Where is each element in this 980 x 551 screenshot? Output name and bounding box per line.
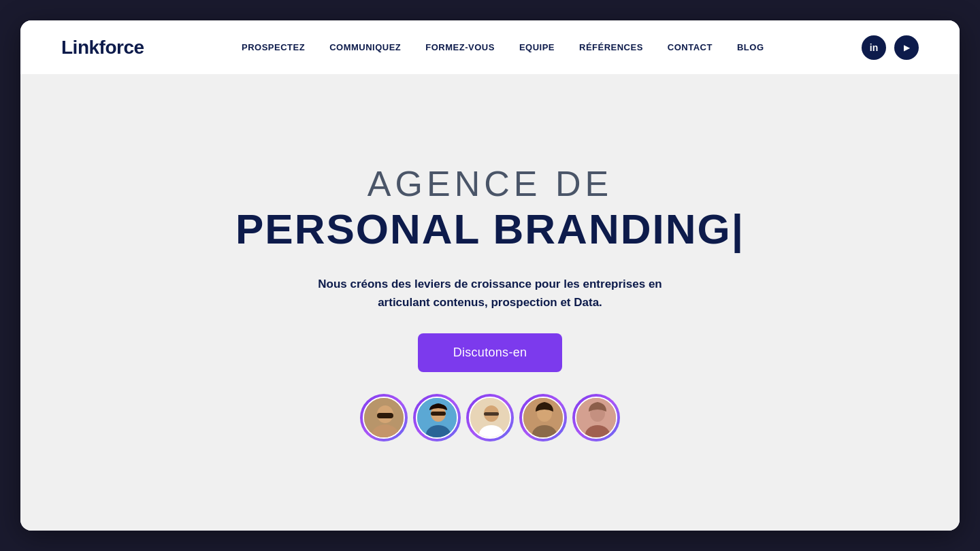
avatar-3 <box>469 397 511 439</box>
cta-button[interactable]: Discutons-en <box>418 333 563 372</box>
hero-desc-line1: Nous créons des leviers de croissance po… <box>318 278 662 290</box>
social-icons: in ▶ <box>862 35 919 60</box>
hero-desc-line2: articulant contenus, prospection et Data… <box>378 296 602 309</box>
avatar-5-wrapper <box>572 394 620 441</box>
avatar-4 <box>522 397 564 439</box>
nav-item-equipe[interactable]: EQUIPE <box>519 42 555 52</box>
avatar-3-wrapper <box>466 394 514 441</box>
hero-description: Nous créons des leviers de croissance po… <box>318 275 662 312</box>
nav-item-blog[interactable]: BLOG <box>737 42 764 52</box>
avatar-1-wrapper <box>360 394 408 441</box>
svg-rect-7 <box>431 412 446 416</box>
svg-rect-3 <box>377 413 393 418</box>
nav-item-formez-vous[interactable]: FORMEZ-VOUS <box>425 42 495 52</box>
hero-section: AGENCE DE PERSONAL BRANDING| Nous créons… <box>20 75 960 531</box>
team-avatars <box>360 394 620 441</box>
avatar-2-wrapper <box>413 394 461 441</box>
linkedin-icon[interactable]: in <box>862 35 886 60</box>
avatar-1 <box>363 397 405 439</box>
hero-title-line1: AGENCE DE <box>235 164 745 205</box>
avatar-5 <box>575 397 617 439</box>
nav-item-contact[interactable]: CONTACT <box>668 42 713 52</box>
header: Linkforce PROSPECTEZ COMMUNIQUEZ FORMEZ-… <box>20 20 960 75</box>
avatar-4-wrapper <box>519 394 567 441</box>
nav-item-references[interactable]: RÉFÉRENCES <box>579 42 643 52</box>
hero-title: AGENCE DE PERSONAL BRANDING| <box>235 164 745 253</box>
logo[interactable]: Linkforce <box>61 37 144 59</box>
nav-item-prospectez[interactable]: PROSPECTEZ <box>242 42 305 52</box>
youtube-icon[interactable]: ▶ <box>894 35 919 60</box>
logo-text: Linkforce <box>61 37 144 58</box>
nav-item-communiquez[interactable]: COMMUNIQUEZ <box>329 42 401 52</box>
nav: PROSPECTEZ COMMUNIQUEZ FORMEZ-VOUS EQUIP… <box>242 42 764 52</box>
browser-window: Linkforce PROSPECTEZ COMMUNIQUEZ FORMEZ-… <box>20 20 960 531</box>
svg-rect-11 <box>484 412 499 416</box>
hero-title-line2: PERSONAL BRANDING| <box>235 205 745 253</box>
avatar-2 <box>416 397 458 439</box>
